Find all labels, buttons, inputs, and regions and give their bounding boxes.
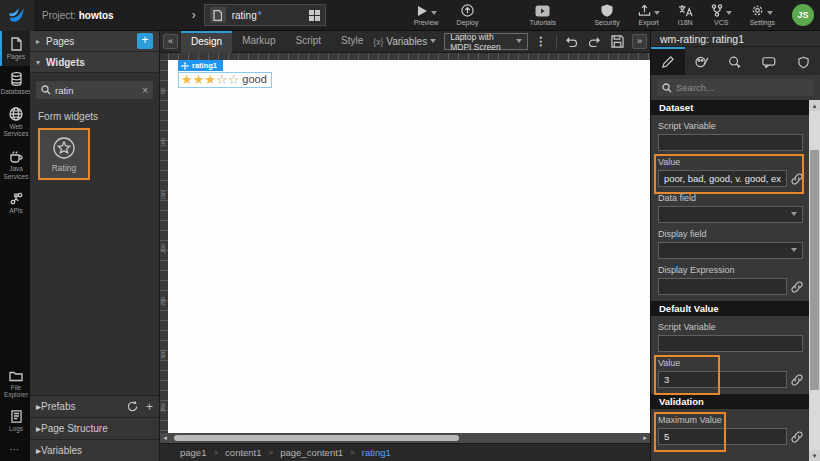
top-bar: Project: howtos › rating * Preview Deplo… [0,0,820,31]
scroll-left-icon[interactable]: ◂ [160,433,170,443]
sidebar-item-file-explorer[interactable]: File Explorer [0,364,30,405]
clear-search-icon[interactable]: × [142,85,148,96]
sidebar-item-pages[interactable]: Pages [0,31,30,66]
scroll-up-icon[interactable]: ▴ [809,100,820,111]
ruler-label: 200 [160,244,166,253]
settings-button[interactable]: Settings [750,4,775,26]
prefabs-section-header[interactable]: ▸ Prefabs + [30,395,159,417]
tab-design[interactable]: Design [181,31,232,53]
sidebar-item-logs[interactable]: Logs [0,404,30,438]
add-prefab-icon[interactable]: + [146,400,153,414]
sidebar-item-databases[interactable]: Databases [0,66,30,101]
chevron-down-icon[interactable] [654,11,660,15]
vcs-button[interactable]: VCS [711,4,732,26]
ruler-label: 350 [160,403,166,412]
properties-search-input[interactable] [676,82,809,93]
activity-bar: Pages Databases Web Services Java Servic… [0,31,30,461]
field-label: Maximum Value [658,415,803,425]
pencil-icon [661,56,674,69]
save-button[interactable] [611,35,624,48]
maximum-value-input[interactable] [658,428,787,445]
move-icon [181,62,189,70]
more-options-icon[interactable]: ⋯ [0,438,30,461]
user-avatar[interactable]: JS [792,4,814,26]
chevron-down-icon[interactable] [726,11,732,15]
ruler-label: 50 [160,88,166,94]
bind-property-icon[interactable] [791,281,803,293]
variables-section-header[interactable]: ▸ Variables [30,439,159,461]
ruler-label: 250 [160,297,166,306]
page-structure-section-header[interactable]: ▸ Page Structure [30,417,159,439]
data-field-select[interactable] [658,206,803,223]
widgets-section-header[interactable]: ▾ Widgets [30,52,159,73]
breadcrumb-page1[interactable]: page1 [180,447,206,458]
tab-inspect[interactable] [719,47,753,75]
default-value-input[interactable] [658,371,787,388]
dataset-script-variable-input[interactable] [658,134,803,151]
widget-search-box[interactable]: × [36,81,153,99]
topbar-right-actions: Security Export I18N VCS [585,4,820,26]
field-label: Display field [658,229,803,239]
grid-view-icon[interactable] [309,10,320,21]
wavemaker-logo-icon[interactable] [0,0,34,31]
magnifier-cursor-icon [728,56,742,69]
widget-search-input[interactable] [55,85,142,96]
widget-selection-label[interactable]: rating1 [178,60,223,71]
properties-search[interactable] [651,75,820,100]
chevron-down-icon[interactable] [767,11,773,15]
i18n-button[interactable]: I18N [678,4,693,26]
security-button[interactable]: Security [594,4,619,26]
collapse-left-panel-button[interactable]: « [163,34,178,49]
tab-style[interactable]: Style [331,31,373,53]
page-tab-rating[interactable]: rating * [204,4,326,26]
refresh-prefabs-icon[interactable] [127,401,138,412]
bind-property-icon[interactable] [791,431,803,443]
dataset-value-input[interactable] [658,170,787,187]
bind-property-icon[interactable] [791,173,803,185]
paint-palette-icon [695,56,709,68]
variables-dropdown-button[interactable]: {x} Variables [373,36,436,47]
sidebar-item-apis[interactable]: APIs [0,186,30,220]
tab-messages[interactable] [752,47,786,75]
sidebar-item-java-services[interactable]: Java Services [0,143,30,186]
expand-right-panel-button[interactable]: » [632,34,647,49]
chevron-down-icon[interactable] [431,11,437,15]
canvas-more-options-icon[interactable]: ⋮ [535,35,546,48]
scrollbar-thumb[interactable] [810,150,819,390]
pages-section-header[interactable]: ▸ Pages + [30,31,159,52]
breadcrumb-rating1[interactable]: rating1 [362,447,391,458]
add-page-button[interactable]: + [137,33,153,49]
undo-button[interactable] [565,36,578,47]
redo-button[interactable] [588,36,601,47]
rating-widget-body[interactable]: ★★★☆☆ good [178,72,272,88]
scroll-down-icon[interactable]: ▾ [809,450,820,461]
rating1-widget[interactable]: rating1 ★★★☆☆ good [178,60,272,88]
breadcrumb-content1[interactable]: content1 [225,447,261,458]
sidebar-item-web-services[interactable]: Web Services [0,101,30,144]
display-field-select[interactable] [658,242,803,259]
toolbar-divider [556,35,557,49]
tab-styles[interactable] [685,47,719,75]
ruler-label: 150 [160,191,166,200]
display-expression-input[interactable] [658,278,787,295]
canvas-horizontal-scrollbar[interactable]: ◂ ▸ [160,433,650,443]
bind-property-icon[interactable] [791,374,803,386]
tab-script[interactable]: Script [286,31,332,53]
tutorials-button[interactable]: Tutorials [529,5,556,26]
default-script-variable-input[interactable] [658,335,803,352]
preview-button[interactable]: Preview [414,5,439,26]
shield-outline-icon [798,56,809,69]
device-select[interactable]: Laptop with MDPI Screen [444,33,528,50]
tab-markup[interactable]: Markup [232,31,285,53]
tab-security[interactable] [786,47,820,75]
deploy-button[interactable]: Deploy [457,4,479,26]
export-button[interactable]: Export [638,4,660,26]
breadcrumb-page-content1[interactable]: page_content1 [280,447,343,458]
scrollbar-thumb[interactable] [174,435,459,441]
scroll-right-icon[interactable]: ▸ [640,433,650,443]
design-canvas[interactable]: rating1 ★★★☆☆ good [168,60,650,433]
chevron-down-icon [430,39,436,43]
tab-properties[interactable] [651,47,685,75]
rating-widget-tile[interactable]: Rating [38,128,90,180]
properties-scrollbar[interactable]: ▴ ▾ [809,100,820,461]
